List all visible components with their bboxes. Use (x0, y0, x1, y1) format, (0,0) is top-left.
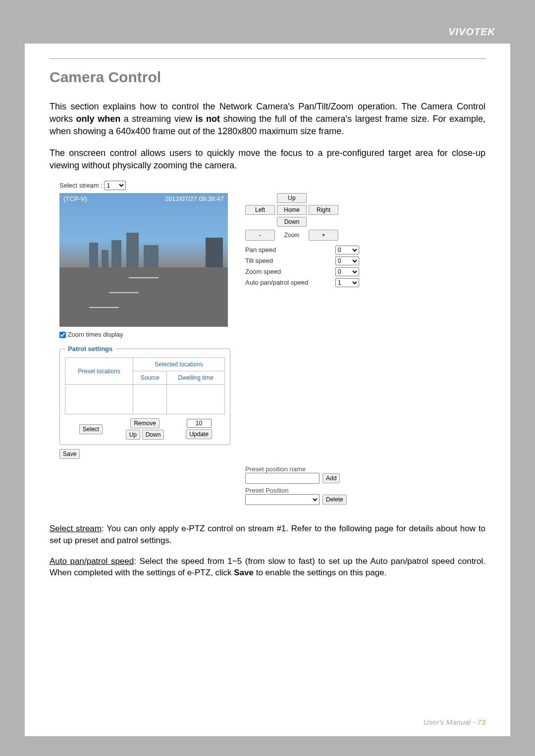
right-column: Up Left Home Right Down - Zoom (245, 193, 359, 508)
preset-name-input[interactable] (245, 473, 320, 484)
remove-button[interactable]: Remove (130, 418, 160, 428)
intro-paragraph-1: This section explains how to control the… (50, 101, 485, 138)
zoom-row: - Zoom + (245, 230, 359, 241)
brand-logo: VIVOTEK (448, 26, 495, 38)
preset-locations-cell[interactable] (65, 385, 133, 414)
delete-button[interactable]: Delete (322, 495, 347, 504)
auto-patrol-speed-select[interactable]: 1 (335, 278, 359, 287)
preset-position-select[interactable] (245, 494, 320, 505)
patrol-actions-row: Select Remove Up Down Update (65, 418, 225, 440)
source-cell[interactable] (133, 385, 167, 414)
select-stream-row: Select stream : 1 (59, 181, 485, 190)
zoom-label: Zoom (277, 230, 307, 241)
page-footer: User's Manual - 73 (424, 718, 485, 726)
zoom-times-row: Zoom times display (59, 331, 230, 338)
zoom-times-label: Zoom times display (68, 331, 123, 338)
dwelling-time-input[interactable] (187, 419, 212, 428)
tilt-speed-row: Tilt speed 0 (245, 256, 359, 265)
ptz-up-button[interactable]: Up (277, 193, 307, 203)
video-preview: (TCP-V) 2012/07/27 09:38:47 (59, 193, 228, 327)
col-source: Source (133, 371, 167, 385)
down-button[interactable]: Down (142, 430, 164, 440)
select-stream-term: Select stream (50, 524, 102, 533)
auto-patrol-speed-label: Auto pan/patrol speed (245, 279, 308, 286)
select-stream-dropdown[interactable]: 1 (104, 181, 126, 190)
preset-position-label: Preset Position (245, 487, 359, 494)
zoom-times-checkbox[interactable] (59, 332, 66, 338)
save-button[interactable]: Save (59, 449, 80, 459)
select-stream-label: Select stream : (59, 182, 103, 189)
left-column: (TCP-V) 2012/07/27 09:38:47 (59, 193, 230, 459)
tilt-speed-label: Tilt speed (245, 257, 273, 264)
ptz-controls: Up Left Home Right Down - Zoom (245, 193, 359, 287)
intro-paragraph-2: The onscreen control allows users to qui… (50, 147, 485, 172)
zoom-speed-row: Zoom speed 0 (245, 267, 359, 276)
header-bar: VIVOTEK (25, 20, 510, 44)
patrol-table: Preset locations Selected locations Sour… (65, 357, 225, 414)
tilt-speed-select[interactable]: 0 (335, 256, 359, 265)
ptz-home-button[interactable]: Home (277, 205, 307, 215)
preset-position-box: Preset position name Add Preset Position… (245, 465, 359, 505)
video-overlay-timestamp: 2012/07/27 09:38:47 (165, 195, 224, 202)
content-area: Camera Control This section explains how… (25, 44, 510, 508)
pan-speed-label: Pan speed (245, 246, 276, 253)
divider (50, 58, 485, 59)
up-button[interactable]: Up (126, 430, 140, 440)
ptz-down-button[interactable]: Down (277, 217, 307, 227)
preset-name-label: Preset position name (245, 465, 359, 473)
ui-screenshot-area: Select stream : 1 (TCP-V) 2012/07/27 09:… (59, 181, 485, 508)
col-dwelling-time: Dwelling time (167, 371, 225, 385)
update-button[interactable]: Update (186, 429, 212, 439)
document-page: VIVOTEK Camera Control This section expl… (25, 20, 510, 736)
zoom-in-button[interactable]: + (309, 230, 338, 241)
col-preset-locations: Preset locations (65, 358, 133, 385)
zoom-speed-label: Zoom speed (245, 268, 281, 275)
dwelling-cell[interactable] (167, 385, 225, 414)
intro-text: a streaming view (120, 114, 195, 124)
ptz-left-button[interactable]: Left (245, 205, 275, 215)
video-overlay-protocol: (TCP-V) (63, 195, 87, 202)
auto-patrol-paragraph: Auto pan/patrol speed: Select the speed … (50, 555, 485, 579)
ptz-right-button[interactable]: Right (309, 205, 338, 215)
patrol-settings-fieldset: Patrol settings Preset locations Selecte… (59, 345, 230, 445)
video-road (59, 267, 228, 327)
patrol-legend: Patrol settings (65, 345, 115, 353)
intro-bold-1: only when (76, 114, 121, 124)
col-selected-locations: Selected locations (133, 358, 225, 371)
ui-columns: (TCP-V) 2012/07/27 09:38:47 (59, 193, 485, 508)
select-stream-desc: : You can only apply e-PTZ control on st… (50, 524, 485, 545)
footer-text: User's Manual - (424, 718, 478, 726)
page-number: 73 (477, 718, 485, 726)
add-button[interactable]: Add (322, 473, 340, 483)
pan-speed-select[interactable]: 0 (335, 246, 359, 254)
ptz-direction-grid: Up Left Home Right Down (245, 193, 359, 227)
auto-patrol-speed-row: Auto pan/patrol speed 1 (245, 278, 359, 287)
lower-text-section: Select stream: You can only apply e-PTZ … (25, 523, 510, 579)
save-bold: Save (234, 568, 254, 577)
page-title: Camera Control (50, 69, 485, 86)
zoom-out-button[interactable]: - (245, 230, 275, 241)
save-row: Save (59, 449, 230, 459)
select-button[interactable]: Select (79, 424, 103, 434)
intro-bold-2: is not (196, 114, 220, 124)
select-stream-paragraph: Select stream: You can only apply e-PTZ … (50, 523, 485, 547)
zoom-speed-select[interactable]: 0 (335, 267, 359, 276)
pan-speed-row: Pan speed 0 (245, 246, 359, 254)
auto-patrol-desc-c: to enable the settings on this page. (254, 568, 386, 577)
auto-patrol-term: Auto pan/patrol speed (50, 556, 134, 566)
video-skyline (59, 238, 228, 267)
